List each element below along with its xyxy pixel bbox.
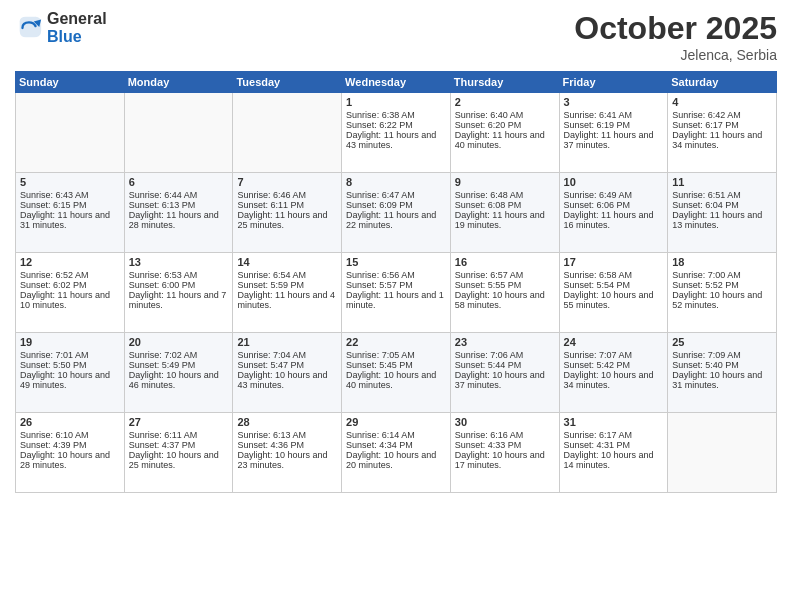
sunrise-text: Sunrise: 7:04 AM (237, 350, 337, 360)
day-number: 17 (564, 256, 664, 268)
calendar-week-4: 19Sunrise: 7:01 AMSunset: 5:50 PMDayligh… (16, 333, 777, 413)
day-number: 31 (564, 416, 664, 428)
logo-text: General Blue (47, 10, 107, 45)
col-sunday: Sunday (16, 72, 125, 93)
sunrise-text: Sunrise: 6:41 AM (564, 110, 664, 120)
sunrise-text: Sunrise: 7:06 AM (455, 350, 555, 360)
daylight-text: Daylight: 11 hours and 10 minutes. (20, 290, 120, 310)
calendar-cell: 25Sunrise: 7:09 AMSunset: 5:40 PMDayligh… (668, 333, 777, 413)
sunset-text: Sunset: 5:49 PM (129, 360, 229, 370)
sunrise-text: Sunrise: 6:46 AM (237, 190, 337, 200)
daylight-text: Daylight: 10 hours and 40 minutes. (346, 370, 446, 390)
calendar-cell (16, 93, 125, 173)
calendar-cell: 7Sunrise: 6:46 AMSunset: 6:11 PMDaylight… (233, 173, 342, 253)
calendar-cell: 2Sunrise: 6:40 AMSunset: 6:20 PMDaylight… (450, 93, 559, 173)
day-number: 28 (237, 416, 337, 428)
calendar-cell: 10Sunrise: 6:49 AMSunset: 6:06 PMDayligh… (559, 173, 668, 253)
calendar-week-2: 5Sunrise: 6:43 AMSunset: 6:15 PMDaylight… (16, 173, 777, 253)
calendar-cell: 4Sunrise: 6:42 AMSunset: 6:17 PMDaylight… (668, 93, 777, 173)
day-number: 10 (564, 176, 664, 188)
calendar-cell (233, 93, 342, 173)
sunset-text: Sunset: 5:54 PM (564, 280, 664, 290)
calendar-cell: 16Sunrise: 6:57 AMSunset: 5:55 PMDayligh… (450, 253, 559, 333)
day-number: 23 (455, 336, 555, 348)
daylight-text: Daylight: 10 hours and 55 minutes. (564, 290, 664, 310)
daylight-text: Daylight: 10 hours and 43 minutes. (237, 370, 337, 390)
calendar-cell: 21Sunrise: 7:04 AMSunset: 5:47 PMDayligh… (233, 333, 342, 413)
calendar-cell: 9Sunrise: 6:48 AMSunset: 6:08 PMDaylight… (450, 173, 559, 253)
day-number: 8 (346, 176, 446, 188)
day-number: 5 (20, 176, 120, 188)
calendar-cell: 3Sunrise: 6:41 AMSunset: 6:19 PMDaylight… (559, 93, 668, 173)
day-number: 6 (129, 176, 229, 188)
col-thursday: Thursday (450, 72, 559, 93)
sunset-text: Sunset: 6:20 PM (455, 120, 555, 130)
daylight-text: Daylight: 11 hours and 28 minutes. (129, 210, 229, 230)
daylight-text: Daylight: 11 hours and 34 minutes. (672, 130, 772, 150)
calendar-cell: 15Sunrise: 6:56 AMSunset: 5:57 PMDayligh… (342, 253, 451, 333)
calendar-header-row: Sunday Monday Tuesday Wednesday Thursday… (16, 72, 777, 93)
sunset-text: Sunset: 4:39 PM (20, 440, 120, 450)
sunrise-text: Sunrise: 6:42 AM (672, 110, 772, 120)
calendar-cell: 1Sunrise: 6:38 AMSunset: 6:22 PMDaylight… (342, 93, 451, 173)
sunrise-text: Sunrise: 6:43 AM (20, 190, 120, 200)
day-number: 27 (129, 416, 229, 428)
daylight-text: Daylight: 10 hours and 17 minutes. (455, 450, 555, 470)
day-number: 25 (672, 336, 772, 348)
sunrise-text: Sunrise: 6:58 AM (564, 270, 664, 280)
day-number: 19 (20, 336, 120, 348)
day-number: 12 (20, 256, 120, 268)
sunset-text: Sunset: 4:34 PM (346, 440, 446, 450)
calendar-cell: 17Sunrise: 6:58 AMSunset: 5:54 PMDayligh… (559, 253, 668, 333)
sunset-text: Sunset: 6:08 PM (455, 200, 555, 210)
daylight-text: Daylight: 10 hours and 58 minutes. (455, 290, 555, 310)
sunset-text: Sunset: 6:13 PM (129, 200, 229, 210)
day-number: 9 (455, 176, 555, 188)
sunset-text: Sunset: 6:22 PM (346, 120, 446, 130)
daylight-text: Daylight: 11 hours and 7 minutes. (129, 290, 229, 310)
month-title: October 2025 (574, 10, 777, 47)
sunrise-text: Sunrise: 6:14 AM (346, 430, 446, 440)
day-number: 13 (129, 256, 229, 268)
sunset-text: Sunset: 4:31 PM (564, 440, 664, 450)
sunset-text: Sunset: 6:19 PM (564, 120, 664, 130)
sunset-text: Sunset: 5:57 PM (346, 280, 446, 290)
sunrise-text: Sunrise: 6:10 AM (20, 430, 120, 440)
daylight-text: Daylight: 10 hours and 46 minutes. (129, 370, 229, 390)
daylight-text: Daylight: 11 hours and 1 minute. (346, 290, 446, 310)
calendar-table: Sunday Monday Tuesday Wednesday Thursday… (15, 71, 777, 493)
daylight-text: Daylight: 10 hours and 25 minutes. (129, 450, 229, 470)
sunset-text: Sunset: 5:42 PM (564, 360, 664, 370)
sunset-text: Sunset: 5:52 PM (672, 280, 772, 290)
daylight-text: Daylight: 10 hours and 20 minutes. (346, 450, 446, 470)
sunset-text: Sunset: 5:55 PM (455, 280, 555, 290)
calendar-cell: 24Sunrise: 7:07 AMSunset: 5:42 PMDayligh… (559, 333, 668, 413)
sunrise-text: Sunrise: 6:56 AM (346, 270, 446, 280)
daylight-text: Daylight: 11 hours and 19 minutes. (455, 210, 555, 230)
sunrise-text: Sunrise: 7:05 AM (346, 350, 446, 360)
calendar-cell: 20Sunrise: 7:02 AMSunset: 5:49 PMDayligh… (124, 333, 233, 413)
calendar-cell: 28Sunrise: 6:13 AMSunset: 4:36 PMDayligh… (233, 413, 342, 493)
daylight-text: Daylight: 11 hours and 13 minutes. (672, 210, 772, 230)
calendar-cell: 30Sunrise: 6:16 AMSunset: 4:33 PMDayligh… (450, 413, 559, 493)
calendar-cell: 13Sunrise: 6:53 AMSunset: 6:00 PMDayligh… (124, 253, 233, 333)
day-number: 3 (564, 96, 664, 108)
sunrise-text: Sunrise: 7:00 AM (672, 270, 772, 280)
daylight-text: Daylight: 10 hours and 34 minutes. (564, 370, 664, 390)
day-number: 18 (672, 256, 772, 268)
calendar-cell (668, 413, 777, 493)
sunrise-text: Sunrise: 6:54 AM (237, 270, 337, 280)
calendar-cell: 12Sunrise: 6:52 AMSunset: 6:02 PMDayligh… (16, 253, 125, 333)
sunrise-text: Sunrise: 7:02 AM (129, 350, 229, 360)
sunrise-text: Sunrise: 6:48 AM (455, 190, 555, 200)
sunset-text: Sunset: 6:00 PM (129, 280, 229, 290)
calendar-cell: 6Sunrise: 6:44 AMSunset: 6:13 PMDaylight… (124, 173, 233, 253)
sunrise-text: Sunrise: 7:01 AM (20, 350, 120, 360)
calendar-cell: 22Sunrise: 7:05 AMSunset: 5:45 PMDayligh… (342, 333, 451, 413)
sunrise-text: Sunrise: 7:07 AM (564, 350, 664, 360)
sunset-text: Sunset: 6:04 PM (672, 200, 772, 210)
sunset-text: Sunset: 5:45 PM (346, 360, 446, 370)
day-number: 21 (237, 336, 337, 348)
calendar-week-3: 12Sunrise: 6:52 AMSunset: 6:02 PMDayligh… (16, 253, 777, 333)
col-saturday: Saturday (668, 72, 777, 93)
